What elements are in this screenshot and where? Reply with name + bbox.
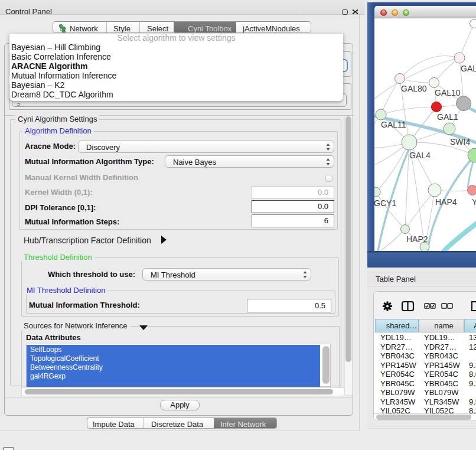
svg-text:GAL1: GAL1 — [437, 112, 458, 122]
svg-text:Y: Y — [472, 197, 476, 207]
svg-text:GCY1: GCY1 — [374, 198, 396, 208]
svg-text:SWI4: SWI4 — [450, 137, 470, 146]
svg-text:GAL80: GAL80 — [401, 84, 427, 93]
svg-text:HAP4: HAP4 — [435, 197, 457, 207]
svg-text:GAL4: GAL4 — [409, 151, 431, 160]
svg-text:GAL: GAL — [461, 64, 476, 73]
svg-text:GAL10: GAL10 — [435, 88, 461, 97]
svg-text:GAL11: GAL11 — [381, 120, 406, 129]
svg-text:HAP2: HAP2 — [406, 234, 428, 244]
